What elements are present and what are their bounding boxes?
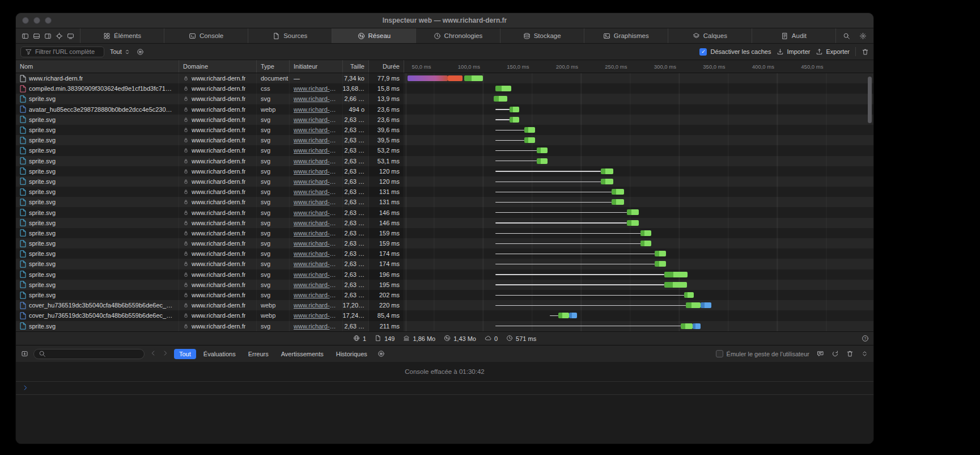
- table-row[interactable]: cover_hu736519dc3b5040cfa48b6b559b6de6ec…: [16, 300, 873, 310]
- initiator-link[interactable]: www.richard-d…: [294, 209, 338, 216]
- import-button[interactable]: Importer: [777, 48, 810, 56]
- refresh-icon[interactable]: [831, 350, 839, 357]
- disable-caches-checkbox[interactable]: ✓ Désactiver les caches: [699, 48, 771, 56]
- initiator-link[interactable]: www.richard-d…: [294, 158, 338, 165]
- zoom-button[interactable]: [45, 17, 52, 24]
- device-icon[interactable]: [67, 32, 74, 40]
- console-tab-erreurs[interactable]: Erreurs: [243, 349, 274, 359]
- gear-icon[interactable]: [859, 32, 867, 40]
- initiator-link[interactable]: www.richard-d…: [294, 323, 338, 330]
- console-tab-historiques[interactable]: Historiques: [331, 349, 372, 359]
- column-header-taille[interactable]: Taille: [343, 60, 369, 73]
- vertical-scrollbar-thumb[interactable]: [868, 77, 872, 123]
- initiator-link[interactable]: www.richard-d…: [294, 302, 338, 309]
- console-search-input[interactable]: [33, 349, 145, 359]
- table-row[interactable]: sprite.svgwww.richard-dern.frsvgwww.rich…: [16, 187, 873, 197]
- initiator-link[interactable]: www.richard-d…: [294, 85, 338, 92]
- minimize-button[interactable]: [33, 17, 40, 24]
- tab-audit[interactable]: Audit: [752, 28, 836, 43]
- initiator-link[interactable]: www.richard-d…: [294, 292, 338, 298]
- column-header-initiateur[interactable]: Initiateur: [290, 60, 343, 73]
- table-row[interactable]: sprite.svgwww.richard-dern.frsvgwww.rich…: [16, 321, 873, 331]
- table-row[interactable]: sprite.svgwww.richard-dern.frsvgwww.rich…: [16, 156, 873, 166]
- table-row[interactable]: sprite.svgwww.richard-dern.frsvgwww.rich…: [16, 248, 873, 259]
- console-tab-evaluations[interactable]: Évaluations: [198, 349, 241, 359]
- table-row[interactable]: sprite.svgwww.richard-dern.frsvgwww.rich…: [16, 290, 873, 300]
- console-messages-icon[interactable]: [817, 350, 824, 357]
- console-tab-tout[interactable]: Tout: [174, 349, 196, 359]
- table-row[interactable]: sprite.svgwww.richard-dern.frsvgwww.rich…: [16, 197, 873, 207]
- initiator-link[interactable]: www.richard-d…: [294, 240, 338, 247]
- table-row[interactable]: sprite.svgwww.richard-dern.frsvgwww.rich…: [16, 176, 873, 187]
- table-row[interactable]: sprite.svgwww.richard-dern.frsvgwww.rich…: [16, 269, 873, 280]
- console-tab-avertissements[interactable]: Avertissements: [276, 349, 329, 359]
- clear-console-trash-icon[interactable]: [846, 350, 854, 357]
- table-row[interactable]: compiled.min.38390909f303624ed9e1cf1bd3f…: [16, 83, 873, 94]
- table-row[interactable]: avatar_hu85ecc3e298728880b0bde2dcc4e5c23…: [16, 104, 873, 115]
- expand-console-icon[interactable]: [861, 350, 868, 357]
- initiator-link[interactable]: www.richard-d…: [294, 116, 338, 123]
- resource-type-dropdown[interactable]: Tout: [110, 48, 131, 56]
- table-row[interactable]: sprite.svgwww.richard-dern.frsvgwww.rich…: [16, 228, 873, 238]
- initiator-link[interactable]: www.richard-d…: [294, 188, 338, 195]
- initiator-link[interactable]: www.richard-d…: [294, 271, 338, 278]
- column-header-domaine[interactable]: Domaine: [179, 60, 257, 73]
- table-row[interactable]: sprite.svgwww.richard-dern.frsvgwww.rich…: [16, 94, 873, 104]
- table-row[interactable]: sprite.svgwww.richard-dern.frsvgwww.rich…: [16, 135, 873, 145]
- column-header-nom[interactable]: Nom: [16, 60, 179, 73]
- initiator-link[interactable]: www.richard-d…: [294, 95, 338, 102]
- dock-bottom-icon[interactable]: [33, 32, 40, 40]
- tab-console[interactable]: Console: [164, 28, 248, 43]
- console-options-icon[interactable]: [377, 350, 385, 357]
- tab-sources[interactable]: Sources: [248, 28, 332, 43]
- initiator-link[interactable]: www.richard-d…: [294, 106, 338, 113]
- initiator-link[interactable]: www.richard-d…: [294, 230, 338, 237]
- tab-stockage[interactable]: Stockage: [500, 28, 584, 43]
- dock-right-icon[interactable]: [44, 32, 52, 40]
- table-row[interactable]: www.richard-dern.frwww.richard-dern.frdo…: [16, 73, 873, 83]
- initiator-link[interactable]: www.richard-d…: [294, 137, 338, 144]
- table-row[interactable]: sprite.svgwww.richard-dern.frsvgwww.rich…: [16, 259, 873, 269]
- chevron-left-icon[interactable]: [150, 349, 157, 358]
- console-scope-icon[interactable]: [21, 350, 28, 357]
- initiator-link[interactable]: www.richard-d…: [294, 147, 338, 154]
- url-filter-input[interactable]: Filtrer l'URL complète: [20, 47, 104, 57]
- column-header-duree[interactable]: Durée: [369, 60, 404, 73]
- initiator-link[interactable]: www.richard-d…: [294, 250, 338, 257]
- filter-options-icon[interactable]: [137, 48, 144, 56]
- chevron-right-icon[interactable]: [162, 349, 169, 358]
- column-header-type[interactable]: Type: [257, 60, 290, 73]
- table-row[interactable]: cover_hu736519dc3b5040cfa48b6b559b6de6ec…: [16, 310, 873, 321]
- element-picker-icon[interactable]: [56, 32, 63, 40]
- tab-elements[interactable]: Éléments: [80, 28, 164, 43]
- help-icon[interactable]: ?: [862, 335, 869, 342]
- tab-calques[interactable]: Calques: [668, 28, 752, 43]
- table-row[interactable]: sprite.svgwww.richard-dern.frsvgwww.rich…: [16, 207, 873, 217]
- table-row[interactable]: sprite.svgwww.richard-dern.frsvgwww.rich…: [16, 166, 873, 176]
- table-row[interactable]: sprite.svgwww.richard-dern.frsvgwww.rich…: [16, 280, 873, 290]
- clear-network-trash-icon[interactable]: [862, 48, 869, 56]
- console-prompt[interactable]: [16, 382, 873, 395]
- table-row[interactable]: sprite.svgwww.richard-dern.frsvgwww.rich…: [16, 238, 873, 248]
- initiator-link[interactable]: www.richard-d…: [294, 199, 338, 205]
- search-icon[interactable]: [843, 32, 850, 40]
- close-button[interactable]: [22, 17, 29, 24]
- dock-left-icon[interactable]: [22, 32, 29, 40]
- tab-reseau[interactable]: Réseau: [332, 28, 416, 43]
- table-row[interactable]: sprite.svgwww.richard-dern.frsvgwww.rich…: [16, 115, 873, 125]
- initiator-link[interactable]: www.richard-d…: [294, 281, 338, 288]
- tab-graphismes[interactable]: Graphismes: [584, 28, 668, 43]
- initiator-link[interactable]: www.richard-d…: [294, 168, 338, 175]
- initiator-link[interactable]: www.richard-d…: [294, 178, 338, 185]
- initiator-link[interactable]: www.richard-d…: [294, 220, 338, 226]
- initiator-link[interactable]: www.richard-d…: [294, 127, 338, 133]
- table-row[interactable]: sprite.svgwww.richard-dern.frsvgwww.rich…: [16, 125, 873, 135]
- tab-chronologies[interactable]: Chronologies: [416, 28, 500, 43]
- export-button[interactable]: Exporter: [816, 48, 850, 56]
- initiator-link[interactable]: www.richard-d…: [294, 312, 338, 319]
- emulate-gesture-checkbox[interactable]: ✓ Émuler le geste de l'utilisateur: [716, 350, 809, 357]
- table-row[interactable]: sprite.svgwww.richard-dern.frsvgwww.rich…: [16, 145, 873, 155]
- table-row[interactable]: sprite.svgwww.richard-dern.frsvgwww.rich…: [16, 218, 873, 228]
- initiator-link[interactable]: www.richard-d…: [294, 260, 338, 267]
- titlebar[interactable]: Inspecteur web — www.richard-dern.fr: [16, 13, 873, 28]
